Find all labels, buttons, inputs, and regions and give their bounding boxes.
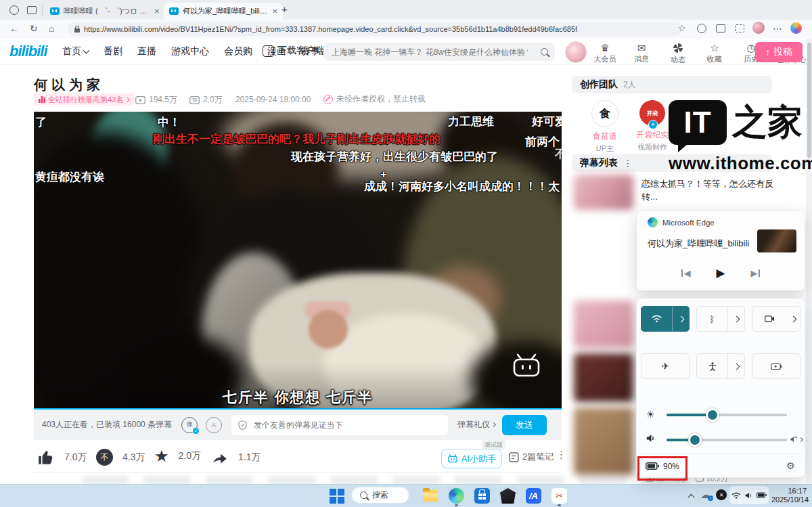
nav-live[interactable]: 直播 <box>137 45 156 58</box>
tray-date: 2025/10/14 <box>771 495 807 504</box>
blurred-thumbnail[interactable] <box>574 175 633 210</box>
more-icon[interactable]: ⋯ <box>773 22 782 35</box>
energy-saver-tile[interactable] <box>752 353 800 379</box>
danmaku-settings-icon[interactable]: A <box>206 417 222 433</box>
close-icon[interactable]: × <box>272 7 277 16</box>
nav-mall[interactable]: 会员购 <box>224 45 252 58</box>
follow-plus-icon[interactable]: + <box>648 120 658 129</box>
chevron-right-icon[interactable] <box>728 354 744 378</box>
header-action-feed[interactable]: 动态 <box>663 42 693 65</box>
slash-a-app-icon[interactable]: /A <box>526 488 541 504</box>
player-logo-button[interactable] <box>512 353 541 380</box>
danmaku-text: 了 <box>35 114 47 130</box>
rank-badge[interactable]: 全站排行榜最高第43名 <box>34 93 134 106</box>
bilibili-tv-icon <box>512 353 541 378</box>
microsoft-store-icon[interactable] <box>474 488 490 504</box>
danmaku-etiquette-link[interactable]: 弹幕礼仪 <box>457 419 495 431</box>
chevron-right-icon[interactable] <box>786 307 800 331</box>
send-danmaku-button[interactable]: 发送 <box>502 415 547 435</box>
screenshot-icon[interactable] <box>735 24 744 32</box>
brightness-slider-thumb[interactable] <box>706 408 719 422</box>
search-input[interactable] <box>330 47 529 58</box>
next-track-icon[interactable]: ▶ <box>751 268 760 278</box>
previous-track-icon[interactable]: ◀ <box>681 268 690 278</box>
related-video-title[interactable]: 恋综太抓马？！等等，怎么还有反转... <box>641 177 780 203</box>
notes-label: 2篇笔记 <box>522 451 554 463</box>
coin-count: 4.3万 <box>122 451 145 464</box>
header-action-vip[interactable]: ♛大会员 <box>590 43 620 64</box>
thumbs-up-icon <box>37 449 55 466</box>
new-tab-button[interactable]: + <box>281 3 288 15</box>
scrollbar-thumb[interactable] <box>807 43 811 158</box>
coin-button[interactable]: 不 4.3万 <box>96 449 145 466</box>
bluetooth-tile[interactable]: ᛒ <box>696 306 745 332</box>
upload-button[interactable]: ↑ 投稿 <box>755 42 803 62</box>
wifi-tile[interactable] <box>641 306 690 332</box>
nav-game-center[interactable]: 游戏中心 <box>171 45 209 58</box>
tray-app-icon[interactable]: ✕ <box>716 489 727 500</box>
home-icon[interactable]: ⌂ <box>49 22 54 35</box>
ai-assistant-button[interactable]: AI小助手 <box>441 449 502 468</box>
danmaku-text: 力工思维 <box>448 114 494 129</box>
airplane-mode-tile[interactable]: ✈ <box>641 353 690 379</box>
bilibili-logo[interactable]: bilibili <box>9 43 47 60</box>
browser-tab-1[interactable]: 哔哩哔哩 ( ゜- ゜)つロ 干杯~ bilib × <box>45 3 171 20</box>
video-player[interactable]: 了 中！ 力工思维 好可爱 刚出生不一定是皱巴巴的吧？我儿子刚出生皮肤就挺好的 … <box>34 112 562 410</box>
danmaku-input-box[interactable] <box>231 415 448 435</box>
danmaku-input[interactable] <box>252 420 418 431</box>
blurred-thumbnail[interactable] <box>574 301 633 348</box>
danmaku-switch-icon[interactable]: 弹✓ <box>181 417 198 433</box>
shield-icon <box>238 420 247 430</box>
chevron-right-icon[interactable] <box>673 307 689 331</box>
bili-search-box[interactable] <box>323 43 555 61</box>
like-button[interactable]: 7.0万 <box>37 449 87 466</box>
vertical-tabs-icon[interactable] <box>27 6 37 14</box>
browser-essentials-icon[interactable] <box>697 24 706 33</box>
star-icon: ★ <box>154 447 169 466</box>
address-bar[interactable]: https://www.bilibili.com/video/BV11Hpez1… <box>68 22 682 36</box>
blurred-thumbnail[interactable] <box>574 353 633 402</box>
browser-profile-avatar[interactable] <box>752 22 765 34</box>
header-action-messages[interactable]: ✉消息 <box>627 43 656 64</box>
audio-output-icon[interactable] <box>790 436 803 443</box>
ai-label: AI小助手 <box>461 453 496 465</box>
tab-activity-icon[interactable] <box>9 5 19 15</box>
more-actions-icon[interactable]: ⋮ <box>556 449 566 461</box>
volume-slider-thumb[interactable] <box>688 433 702 447</box>
favorites-star-icon[interactable]: ☆ <box>678 22 686 35</box>
snipping-tool-icon[interactable]: ✂ <box>551 488 567 504</box>
edge-taskbar-icon[interactable] <box>449 488 464 504</box>
member-name: 食贫道 <box>581 131 629 142</box>
accessibility-tile[interactable] <box>696 353 745 379</box>
browser-tab-2[interactable]: 何以为家_哔哩哔哩_bilibili × <box>164 3 283 20</box>
share-button[interactable]: 1.1万 <box>211 449 261 466</box>
energy-saver-icon <box>752 354 800 378</box>
header-action-favorites[interactable]: ☆收藏 <box>700 43 729 64</box>
settings-gear-icon[interactable]: ⚙ <box>786 460 795 471</box>
start-button[interactable] <box>330 488 345 504</box>
taskbar-search[interactable]: 搜索 <box>351 487 409 504</box>
copilot-icon[interactable] <box>790 22 802 34</box>
tray-clock[interactable]: 16:17 2025/10/14 <box>771 487 807 504</box>
nav-home[interactable]: 首页 <box>62 45 89 58</box>
team-member[interactable]: 食 食贫道 UP主 <box>581 100 629 154</box>
favorite-button[interactable]: ★ 2.0万 <box>154 447 201 466</box>
chevron-right-icon[interactable] <box>728 307 744 331</box>
nav-bangumi[interactable]: 番剧 <box>104 45 122 58</box>
back-icon[interactable]: ← <box>9 22 19 35</box>
close-icon[interactable]: × <box>154 7 160 16</box>
tray-network-volume-battery[interactable] <box>729 486 769 504</box>
studio-effects-tile[interactable] <box>752 306 800 332</box>
play-icon[interactable]: ▶ <box>716 266 725 280</box>
bili-user-avatar[interactable] <box>565 41 587 63</box>
collections-icon[interactable] <box>716 24 725 32</box>
search-icon[interactable] <box>541 48 548 56</box>
ithome-logo-text: 之家 <box>732 102 803 143</box>
page-scrollbar[interactable] <box>806 39 812 484</box>
danmaku-list-menu-icon[interactable]: ⋮ <box>623 158 633 169</box>
blurred-thumbnail[interactable] <box>574 407 633 475</box>
notes-button[interactable]: 2篇笔记 <box>509 451 554 463</box>
refresh-icon[interactable]: ↻ <box>30 22 38 35</box>
file-explorer-icon[interactable] <box>423 488 438 504</box>
star-icon: ☆ <box>700 43 729 54</box>
